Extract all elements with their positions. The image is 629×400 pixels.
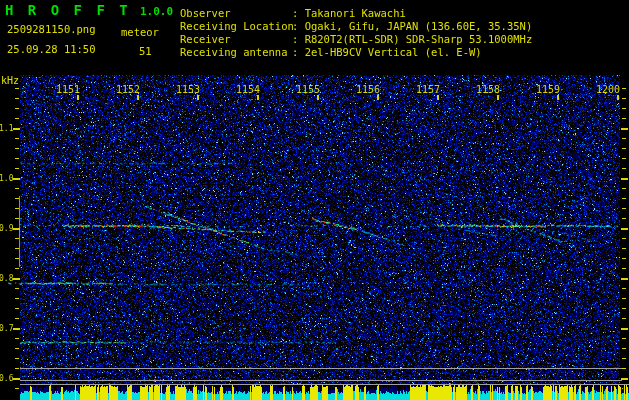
time-tick-label: 1158 bbox=[472, 84, 500, 95]
info-row: Receiver: R820T2(RTL-SDR) SDR-Sharp 53.1… bbox=[180, 33, 532, 46]
info-row: Receiving Location: Ogaki, Gifu, JAPAN (… bbox=[180, 20, 532, 33]
time-tick-label: 1152 bbox=[112, 84, 140, 95]
info-label: Receiving Location bbox=[180, 20, 292, 32]
info-value: : 2el-HB9CV Vertical (el. E-W) bbox=[292, 46, 482, 58]
timestamp: 25.09.28 11:50 bbox=[7, 44, 96, 55]
freq-tick-label: 0.9 bbox=[0, 224, 13, 233]
hrofft-window: H R O F F T 1.0.0 2509281150.png meteor … bbox=[0, 0, 629, 400]
freq-tick-label: 0.8 bbox=[0, 274, 13, 283]
mode-label: meteor bbox=[121, 27, 159, 38]
time-tick-label: 1156 bbox=[352, 84, 380, 95]
time-tick-label: 1154 bbox=[232, 84, 260, 95]
info-label: Receiving antenna bbox=[180, 46, 292, 58]
time-tick-label: 1159 bbox=[532, 84, 560, 95]
freq-tick-label: 0.6 bbox=[0, 374, 13, 383]
app-title: H R O F F T bbox=[5, 3, 131, 17]
info-label: Observer bbox=[180, 7, 292, 19]
time-tick-label: 1153 bbox=[172, 84, 200, 95]
freq-tick-label: 1.1 bbox=[0, 124, 13, 133]
output-filename: 2509281150.png bbox=[7, 24, 96, 35]
echo-count: 51 bbox=[139, 46, 152, 57]
app-version: 1.0.0 bbox=[140, 6, 173, 17]
freq-tick-label: 1.0 bbox=[0, 174, 13, 183]
spectrogram-canvas bbox=[0, 0, 629, 400]
time-tick-label: 1200 bbox=[592, 84, 620, 95]
info-row: Observer: Takanori Kawachi bbox=[180, 7, 532, 20]
time-tick-label: 1151 bbox=[52, 84, 80, 95]
info-label: Receiver bbox=[180, 33, 292, 45]
time-tick-label: 1157 bbox=[412, 84, 440, 95]
time-tick-label: 1155 bbox=[292, 84, 320, 95]
station-info-block: Observer: Takanori KawachiReceiving Loca… bbox=[180, 7, 532, 59]
info-value: : Ogaki, Gifu, JAPAN (136.60E, 35.35N) bbox=[292, 20, 532, 32]
khz-unit-label: kHz bbox=[1, 76, 19, 86]
info-value: : R820T2(RTL-SDR) SDR-Sharp 53.1000MHz bbox=[292, 33, 532, 45]
freq-tick-label: 0.7 bbox=[0, 324, 13, 333]
info-value: : Takanori Kawachi bbox=[292, 7, 406, 19]
info-row: Receiving antenna: 2el-HB9CV Vertical (e… bbox=[180, 46, 532, 59]
